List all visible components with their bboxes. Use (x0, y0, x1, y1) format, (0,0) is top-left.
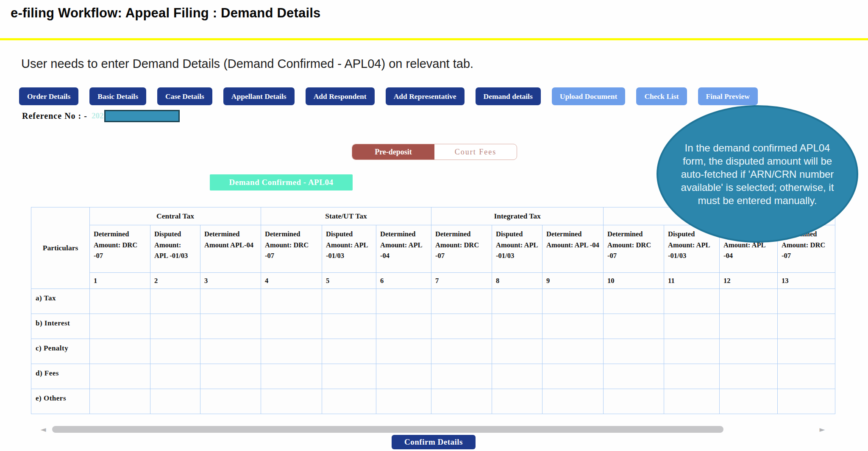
amount-cell-d-fees-col11[interactable] (664, 364, 720, 389)
amount-cell-c-penalty-col12[interactable] (720, 339, 778, 364)
amount-cell-c-penalty-col6[interactable] (376, 339, 431, 364)
tab-add-representative[interactable]: Add Representative (386, 87, 465, 105)
amount-cell-c-penalty-col2[interactable] (150, 339, 200, 364)
amount-cell-d-fees-col10[interactable] (604, 364, 664, 389)
amount-cell-d-fees-col4[interactable] (261, 364, 322, 389)
amount-cell-d-fees-col2[interactable] (150, 364, 200, 389)
amount-cell-d-fees-col8[interactable] (492, 364, 542, 389)
column-header-1: Determined Amount: DRC -07 (90, 225, 150, 273)
amount-cell-d-fees-col1[interactable] (90, 364, 150, 389)
amount-cell-d-fees-col5[interactable] (322, 364, 376, 389)
table-row: b) Interest (31, 314, 835, 339)
amount-cell-e-others-col10[interactable] (604, 389, 664, 414)
amount-cell-a-tax-col10[interactable] (604, 289, 664, 314)
tab-case-details[interactable]: Case Details (157, 87, 212, 105)
column-number-8: 8 (492, 273, 542, 289)
amount-cell-c-penalty-col8[interactable] (492, 339, 542, 364)
amount-cell-b-interest-col10[interactable] (604, 314, 664, 339)
amount-cell-c-penalty-col1[interactable] (90, 339, 150, 364)
column-header-2: Disputed Amount: APL -01/03 (150, 225, 200, 273)
group-header-integrated-tax: Integrated Tax (431, 207, 604, 225)
amount-cell-d-fees-col3[interactable] (200, 364, 261, 389)
column-header-4: Determined Amount: DRC -07 (261, 225, 322, 273)
instruction-text: User needs to enter Demand Details (Dema… (21, 57, 473, 71)
scroll-right-icon[interactable]: ► (818, 425, 826, 434)
amount-cell-e-others-col9[interactable] (542, 389, 604, 414)
amount-cell-a-tax-col13[interactable] (778, 289, 835, 314)
amount-cell-b-interest-col1[interactable] (90, 314, 150, 339)
amount-cell-b-interest-col2[interactable] (150, 314, 200, 339)
column-header-5: Disputed Amount: APL -01/03 (322, 225, 376, 273)
amount-cell-a-tax-col3[interactable] (200, 289, 261, 314)
amount-cell-e-others-col2[interactable] (150, 389, 200, 414)
amount-cell-b-interest-col5[interactable] (322, 314, 376, 339)
tab-appellant-details[interactable]: Appellant Details (223, 87, 295, 105)
tab-order-details[interactable]: Order Details (19, 87, 78, 105)
amount-cell-b-interest-col12[interactable] (720, 314, 778, 339)
tab-basic-details[interactable]: Basic Details (89, 87, 146, 105)
row-label-b-interest: b) Interest (31, 314, 90, 339)
amount-cell-e-others-col3[interactable] (200, 389, 261, 414)
amount-cell-b-interest-col6[interactable] (376, 314, 431, 339)
column-number-3: 3 (200, 273, 261, 289)
amount-cell-a-tax-col12[interactable] (720, 289, 778, 314)
confirm-details-button[interactable]: Confirm Details (392, 435, 476, 449)
tab-demand-details[interactable]: Demand details (476, 87, 541, 105)
scroll-left-icon[interactable]: ◄ (39, 425, 47, 434)
amount-cell-e-others-col5[interactable] (322, 389, 376, 414)
amount-cell-e-others-col7[interactable] (431, 389, 492, 414)
court-fees-tab[interactable]: Court Fees (434, 144, 517, 160)
amount-cell-e-others-col4[interactable] (261, 389, 322, 414)
amount-cell-e-others-col1[interactable] (90, 389, 150, 414)
amount-cell-e-others-col11[interactable] (664, 389, 720, 414)
row-label-d-fees: d) Fees (31, 364, 90, 389)
amount-cell-e-others-col8[interactable] (492, 389, 542, 414)
amount-cell-b-interest-col11[interactable] (664, 314, 720, 339)
tab-add-respondent[interactable]: Add Respondent (306, 87, 375, 105)
amount-cell-d-fees-col6[interactable] (376, 364, 431, 389)
reference-no-partial-value: 202 (92, 111, 104, 120)
amount-cell-e-others-col12[interactable] (720, 389, 778, 414)
pre-deposit-tab[interactable]: Pre-deposit (352, 144, 434, 160)
amount-cell-b-interest-col13[interactable] (778, 314, 835, 339)
amount-cell-a-tax-col1[interactable] (90, 289, 150, 314)
amount-cell-a-tax-col6[interactable] (376, 289, 431, 314)
amount-cell-a-tax-col11[interactable] (664, 289, 720, 314)
amount-cell-a-tax-col8[interactable] (492, 289, 542, 314)
horizontal-scrollbar-thumb[interactable] (52, 426, 723, 433)
tab-upload-document[interactable]: Upload Document (552, 87, 626, 105)
amount-cell-a-tax-col5[interactable] (322, 289, 376, 314)
column-header-3: Determined Amount APL-04 (200, 225, 261, 273)
amount-cell-c-penalty-col4[interactable] (261, 339, 322, 364)
amount-cell-e-others-col13[interactable] (778, 389, 835, 414)
amount-cell-e-others-col6[interactable] (376, 389, 431, 414)
amount-cell-d-fees-col12[interactable] (720, 364, 778, 389)
amount-cell-c-penalty-col13[interactable] (778, 339, 835, 364)
amount-cell-c-penalty-col11[interactable] (664, 339, 720, 364)
tab-check-list[interactable]: Check List (636, 87, 687, 105)
amount-cell-b-interest-col3[interactable] (200, 314, 261, 339)
amount-cell-a-tax-col9[interactable] (542, 289, 604, 314)
amount-cell-d-fees-col7[interactable] (431, 364, 492, 389)
amount-cell-a-tax-col2[interactable] (150, 289, 200, 314)
amount-cell-b-interest-col4[interactable] (261, 314, 322, 339)
amount-cell-c-penalty-col5[interactable] (322, 339, 376, 364)
amount-cell-c-penalty-col9[interactable] (542, 339, 604, 364)
amount-cell-a-tax-col4[interactable] (261, 289, 322, 314)
amount-cell-d-fees-col9[interactable] (542, 364, 604, 389)
amount-cell-c-penalty-col3[interactable] (200, 339, 261, 364)
column-number-7: 7 (431, 273, 492, 289)
amount-cell-c-penalty-col10[interactable] (604, 339, 664, 364)
amount-cell-d-fees-col13[interactable] (778, 364, 835, 389)
demand-confirmed-apl04-button[interactable]: Demand Confirmed - APL04 (210, 174, 353, 190)
table-row: d) Fees (31, 364, 835, 389)
amount-cell-b-interest-col8[interactable] (492, 314, 542, 339)
table-row: a) Tax (31, 289, 835, 314)
amount-cell-c-penalty-col7[interactable] (431, 339, 492, 364)
tab-final-preview[interactable]: Final Preview (698, 87, 758, 105)
amount-cell-b-interest-col7[interactable] (431, 314, 492, 339)
amount-cell-b-interest-col9[interactable] (542, 314, 604, 339)
column-header-8: Disputed Amount: APL -01/03 (492, 225, 542, 273)
row-label-c-penalty: c) Penalty (31, 339, 90, 364)
amount-cell-a-tax-col7[interactable] (431, 289, 492, 314)
